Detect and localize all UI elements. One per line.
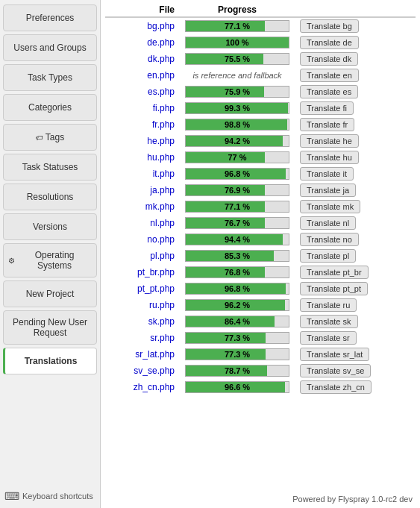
file-link-sr.php[interactable]: sr.php (105, 330, 178, 346)
sidebar-label-task-statuses: Task Statuses (22, 162, 78, 172)
file-link-zh_cn.php[interactable]: zh_cn.php (105, 379, 178, 395)
sidebar-label-versions: Versions (33, 222, 67, 232)
file-link-hu.php[interactable]: hu.php (105, 149, 178, 166)
file-link-fr.php[interactable]: fr.php (105, 116, 178, 133)
translate-btn-hu.php[interactable]: Translate hu (300, 151, 359, 164)
translate-btn-es.php[interactable]: Translate es (300, 85, 358, 98)
file-link-bg.php[interactable]: bg.php (105, 17, 178, 34)
progress-bar-bg.php: 77.1 % (185, 20, 289, 32)
progress-label-sk.php: 86.4 % (225, 317, 250, 326)
progress-label-nl.php: 76.7 % (225, 219, 250, 228)
translate-btn-sv_se.php[interactable]: Translate sv_se (300, 364, 371, 377)
sidebar-item-operating-systems[interactable]: ⚙Operating Systems (3, 243, 97, 277)
translate-btn-sr_lat.php[interactable]: Translate sr_lat (300, 348, 369, 361)
table-row: mk.php77.1 %Translate mk (105, 198, 416, 215)
table-row: no.php94.4 %Translate no (105, 231, 416, 248)
translate-btn-ru.php[interactable]: Translate ru (300, 298, 357, 312)
file-link-sk.php[interactable]: sk.php (105, 313, 178, 330)
progress-cell-ru.php: 96.2 % (178, 297, 297, 313)
progress-bar-pl.php: 85.3 % (185, 250, 289, 262)
progress-label-dk.php: 75.5 % (225, 54, 250, 63)
progress-bar-dk.php: 75.5 % (185, 53, 289, 65)
translate-btn-fi.php[interactable]: Translate fi (300, 101, 354, 115)
sidebar-icon-tags: 🏷 (36, 134, 43, 142)
file-link-pl.php[interactable]: pl.php (105, 248, 178, 264)
progress-cell-fr.php: 98.8 % (178, 116, 297, 133)
translate-btn-dk.php[interactable]: Translate dk (300, 52, 358, 66)
progress-label-pl.php: 85.3 % (225, 251, 250, 260)
translate-btn-pt_br.php[interactable]: Translate pt_br (300, 266, 369, 279)
sidebar-label-users-groups: Users and Groups (13, 43, 86, 53)
progress-bar-sv_se.php: 78.7 % (185, 365, 289, 377)
file-link-ru.php[interactable]: ru.php (105, 297, 178, 313)
file-link-sv_se.php[interactable]: sv_se.php (105, 363, 178, 379)
progress-bar-sr.php: 77.3 % (185, 332, 289, 344)
translate-btn-sr.php[interactable]: Translate sr (300, 331, 357, 345)
table-row: sk.php86.4 %Translate sk (105, 313, 416, 330)
translate-btn-he.php[interactable]: Translate he (300, 134, 359, 148)
sidebar-item-new-project[interactable]: New Project (3, 280, 97, 307)
translate-btn-pt_pt.php[interactable]: Translate pt_pt (300, 282, 368, 295)
main-content: File Progress bg.php77.1 %Translate bgde… (101, 0, 420, 508)
translate-btn-de.php[interactable]: Translate de (300, 36, 359, 49)
progress-label-fr.php: 98.8 % (225, 120, 250, 129)
file-link-pt_br.php[interactable]: pt_br.php (105, 264, 178, 280)
translate-btn-nl.php[interactable]: Translate nl (300, 216, 356, 230)
progress-label-he.php: 94.2 % (225, 137, 250, 145)
file-link-fi.php[interactable]: fi.php (105, 100, 178, 116)
sidebar-item-users-groups[interactable]: Users and Groups (3, 34, 97, 61)
keyboard-icon: ⌨ (4, 490, 19, 502)
sidebar-item-preferences[interactable]: Preferences (3, 4, 97, 31)
file-link-sr_lat.php[interactable]: sr_lat.php (105, 346, 178, 363)
file-link-de.php[interactable]: de.php (105, 34, 178, 51)
progress-label-it.php: 96.8 % (225, 169, 250, 178)
progress-cell-de.php: 100 % (178, 34, 297, 51)
file-link-es.php[interactable]: es.php (105, 84, 178, 100)
translate-btn-pl.php[interactable]: Translate pl (300, 249, 356, 263)
progress-label-no.php: 94.4 % (225, 235, 250, 244)
translate-btn-zh_cn.php[interactable]: Translate zh_cn (300, 380, 372, 394)
sidebar-item-versions[interactable]: Versions (3, 213, 97, 240)
table-row: es.php75.9 %Translate es (105, 84, 416, 100)
file-link-he.php[interactable]: he.php (105, 133, 178, 149)
progress-label-pt_pt.php: 96.8 % (225, 284, 250, 293)
keyboard-shortcuts[interactable]: ⌨Keyboard shortcuts (0, 484, 100, 508)
file-link-no.php[interactable]: no.php (105, 231, 178, 248)
translate-btn-mk.php[interactable]: Translate mk (300, 200, 360, 213)
progress-bar-sk.php: 86.4 % (185, 316, 289, 327)
translate-btn-ja.php[interactable]: Translate ja (300, 184, 356, 197)
table-row: pt_pt.php96.8 %Translate pt_pt (105, 280, 416, 297)
translate-btn-no.php[interactable]: Translate no (300, 233, 359, 246)
file-link-dk.php[interactable]: dk.php (105, 51, 178, 67)
sidebar-item-task-statuses[interactable]: Task Statuses (3, 154, 97, 181)
progress-label-es.php: 75.9 % (225, 87, 250, 96)
file-link-ja.php[interactable]: ja.php (105, 182, 178, 198)
progress-cell-en.php: is reference and fallback (178, 67, 297, 84)
sidebar-item-resolutions[interactable]: Resolutions (3, 184, 97, 210)
file-link-nl.php[interactable]: nl.php (105, 215, 178, 231)
sidebar-item-pending-new-user-request[interactable]: Pending New User Request (3, 310, 97, 345)
sidebar-item-tags[interactable]: 🏷Tags (3, 124, 97, 151)
progress-label-sv_se.php: 78.7 % (225, 366, 250, 375)
progress-bar-pt_br.php: 76.8 % (185, 266, 289, 278)
translate-btn-bg.php[interactable]: Translate bg (300, 19, 359, 33)
progress-cell-es.php: 75.9 % (178, 84, 297, 100)
sidebar-item-translations[interactable]: Translations (3, 348, 97, 374)
sidebar-label-categories: Categories (28, 102, 72, 113)
progress-cell-hu.php: 77 % (178, 149, 297, 166)
progress-label-zh_cn.php: 96.6 % (225, 383, 250, 392)
translate-btn-it.php[interactable]: Translate it (300, 167, 354, 181)
table-row: bg.php77.1 %Translate bg (105, 17, 416, 34)
file-link-en.php[interactable]: en.php (105, 67, 178, 84)
sidebar-label-task-types: Task Types (28, 72, 72, 83)
translate-btn-fr.php[interactable]: Translate fr (300, 118, 354, 131)
table-row: sv_se.php78.7 %Translate sv_se (105, 363, 416, 379)
file-link-it.php[interactable]: it.php (105, 166, 178, 182)
sidebar-item-task-types[interactable]: Task Types (3, 64, 97, 91)
translate-btn-sk.php[interactable]: Translate sk (300, 315, 358, 328)
sidebar-item-categories[interactable]: Categories (3, 94, 97, 121)
file-link-pt_pt.php[interactable]: pt_pt.php (105, 280, 178, 297)
table-row: he.php94.2 %Translate he (105, 133, 416, 149)
translate-btn-en.php[interactable]: Translate en (300, 69, 359, 82)
file-link-mk.php[interactable]: mk.php (105, 198, 178, 215)
